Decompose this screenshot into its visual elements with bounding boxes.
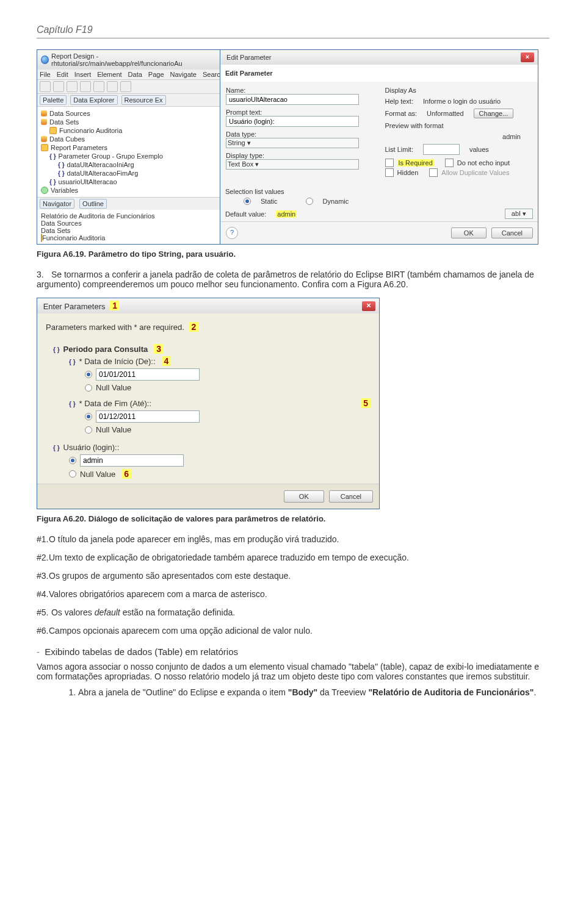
- edit-param-titlebar: Edit Parameter ×: [221, 50, 538, 65]
- ok-button[interactable]: OK: [284, 490, 324, 503]
- menu-insert[interactable]: Insert: [74, 71, 92, 78]
- toolbar-button[interactable]: [93, 81, 104, 92]
- hash6-text: Campos opcionais aparecem com uma opção …: [49, 626, 313, 636]
- menu-page[interactable]: Page: [148, 71, 164, 78]
- outline-report-title[interactable]: Relatório de Auditoria de Funcionários: [41, 212, 155, 220]
- tab-outline[interactable]: Outline: [79, 199, 107, 209]
- hash2-tag: #2.: [37, 553, 49, 562]
- usuario-null-radio[interactable]: [69, 470, 76, 478]
- tab-navigator[interactable]: Navigator: [40, 199, 74, 209]
- data-fim-input[interactable]: [96, 410, 200, 423]
- data-fim-value-radio[interactable]: [85, 413, 92, 420]
- hash6-tag: #6.: [37, 626, 49, 636]
- tree-report-parameters[interactable]: Report Parameters: [51, 144, 107, 151]
- menu-navigate[interactable]: Navigate: [170, 71, 197, 78]
- outline-data-sets[interactable]: Data Sets: [41, 227, 70, 234]
- outline-data-sources[interactable]: Data Sources: [41, 220, 82, 227]
- usuario-input[interactable]: [80, 454, 184, 467]
- usuario-label: Usuário (login)::: [63, 443, 120, 452]
- null-value-label: Null Value: [80, 470, 115, 479]
- outline-tabs[interactable]: Navigator Outline: [37, 197, 220, 210]
- menu-data[interactable]: Data: [128, 71, 142, 78]
- no-echo-checkbox[interactable]: [445, 159, 454, 167]
- final-item-1: Abra a janela de "Outline" do Eclipse e …: [78, 687, 549, 697]
- report-params-icon: [41, 144, 48, 151]
- hidden-label: Hidden: [397, 169, 419, 176]
- marker-6: 6: [121, 469, 131, 479]
- section-paragraph: Vamos agora associar o nosso conjunto de…: [37, 662, 549, 681]
- list-limit-input[interactable]: [423, 144, 460, 155]
- toolbar-button[interactable]: [120, 81, 131, 92]
- hash3-text: Os grupos de argumento são apresentados …: [49, 571, 291, 581]
- data-inicio-input[interactable]: [96, 368, 200, 381]
- globe-icon: [41, 56, 49, 64]
- default-value: admin: [276, 210, 297, 218]
- close-icon[interactable]: ×: [521, 52, 534, 62]
- list-limit-label: List Limit:: [385, 146, 413, 153]
- toolbar-button[interactable]: [107, 81, 118, 92]
- allow-dup-checkbox[interactable]: [429, 168, 438, 177]
- tab-data-explorer[interactable]: Data Explorer: [70, 95, 117, 105]
- marker-3: 3: [154, 344, 164, 354]
- marker-2: 2: [189, 322, 199, 332]
- section-title: Exibindo tabelas de dados (Table) em rel…: [45, 646, 238, 657]
- toolbar-button[interactable]: [53, 81, 64, 92]
- param-icon: [69, 399, 76, 408]
- tree-data-sources[interactable]: Data Sources: [49, 110, 90, 117]
- display-type-select[interactable]: Text Box ▾: [226, 159, 359, 170]
- data-inicio-value-radio[interactable]: [85, 371, 92, 378]
- static-radio[interactable]: [244, 198, 251, 205]
- eclipse-title: Report Design - rhtutorial/src/main/weba…: [51, 52, 217, 67]
- eclipse-titlebar: Report Design - rhtutorial/src/main/weba…: [37, 50, 220, 70]
- toolbar-button[interactable]: [40, 81, 51, 92]
- tree-param-usuario[interactable]: usuarioUltAlteracao: [59, 178, 117, 185]
- abi-select[interactable]: abI ▾: [505, 209, 533, 219]
- data-cubes-icon: [41, 136, 47, 142]
- help-icon[interactable]: ?: [226, 227, 238, 239]
- outline-funcionario-auditoria[interactable]: Funcionario Auditoria: [42, 234, 105, 242]
- is-required-checkbox[interactable]: [385, 159, 394, 167]
- close-icon[interactable]: ×: [362, 301, 375, 311]
- tree-data-cubes[interactable]: Data Cubes: [49, 135, 85, 143]
- menu-edit[interactable]: Edit: [57, 71, 68, 78]
- tree-data-sets[interactable]: Data Sets: [49, 118, 79, 126]
- cancel-button[interactable]: Cancel: [329, 490, 373, 503]
- display-type-label: Display type:: [226, 152, 374, 159]
- data-fim-label: Data de Fim (Até)::: [84, 399, 151, 408]
- menu-element[interactable]: Element: [97, 71, 121, 78]
- preview-label: Preview with format: [385, 122, 444, 129]
- static-label: Static: [261, 198, 278, 205]
- name-input[interactable]: [226, 94, 359, 105]
- menu-file[interactable]: File: [40, 71, 51, 78]
- param-icon: [53, 443, 60, 452]
- prompt-input[interactable]: [226, 116, 359, 127]
- tab-resource-ex[interactable]: Resource Ex: [121, 95, 166, 105]
- tree-variables[interactable]: Variables: [51, 187, 78, 194]
- edit-param-window-title: Edit Parameter: [226, 54, 271, 62]
- marker-4: 4: [162, 356, 172, 366]
- dataset-icon: [49, 127, 57, 134]
- tab-palette[interactable]: Palette: [40, 95, 67, 105]
- menubar[interactable]: File Edit Insert Element Data Page Navig…: [37, 70, 220, 80]
- tree-param-ini[interactable]: dataUltAlteracaoIniArg: [67, 161, 134, 168]
- tree-param-fim[interactable]: dataUltAlteracaoFimArg: [67, 170, 139, 177]
- tree-funcionario-auditoria[interactable]: Funcionario Auditoria: [59, 127, 122, 134]
- change-button[interactable]: Change...: [474, 109, 514, 118]
- toolbar-button[interactable]: [80, 81, 91, 92]
- toolbar[interactable]: [37, 80, 220, 94]
- left-tabs[interactable]: Palette Data Explorer Resource Ex: [37, 94, 220, 107]
- data-sources-icon: [41, 110, 47, 116]
- data-inicio-null-radio[interactable]: [85, 384, 92, 392]
- cancel-button[interactable]: Cancel: [491, 227, 533, 238]
- toolbar-button[interactable]: [67, 81, 78, 92]
- data-explorer-tree: Data Sources Data Sets Funcionario Audit…: [37, 107, 220, 197]
- ok-button[interactable]: OK: [451, 227, 487, 238]
- hidden-checkbox[interactable]: [385, 168, 394, 177]
- usuario-value-radio[interactable]: [69, 457, 76, 464]
- dynamic-radio[interactable]: [306, 198, 313, 205]
- data-type-select[interactable]: String ▾: [226, 138, 359, 148]
- data-fim-null-radio[interactable]: [85, 426, 92, 434]
- eclipse-window: Report Design - rhtutorial/src/main/weba…: [37, 49, 221, 245]
- tree-param-group[interactable]: Parameter Group - Grupo Exemplo: [59, 152, 163, 160]
- enter-params-titlebar: Enter Parameters 1 ×: [37, 298, 379, 313]
